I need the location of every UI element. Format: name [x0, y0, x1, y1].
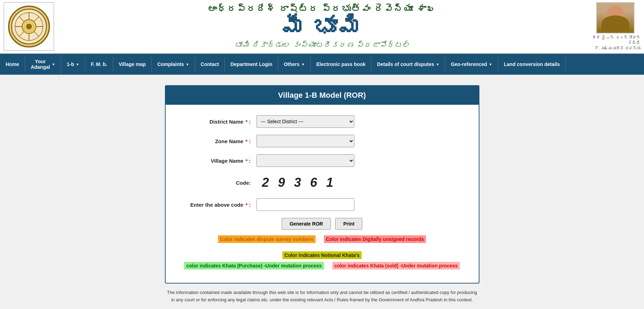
- required-indicator: *: [244, 202, 247, 208]
- captcha-input[interactable]: [256, 198, 354, 211]
- cm-caption: శ్రీ వై.ఎస్. జగన్ మోహన్ రెడ్డి గౌ. ముఖ్య…: [590, 35, 641, 51]
- zone-label: Zone Name * :: [180, 138, 256, 144]
- nav-electronic-pass-book[interactable]: Electronic pass book: [311, 57, 371, 72]
- chevron-down-icon: ▼: [436, 62, 439, 66]
- required-indicator: *: [244, 138, 247, 144]
- nav-1b[interactable]: 1-b ▼: [61, 57, 85, 72]
- enter-code-label: Enter the above code * :: [180, 202, 256, 208]
- chevron-down-icon: ▼: [301, 62, 305, 66]
- nav-contact[interactable]: Contact: [195, 57, 225, 72]
- district-row: District Name * : --- Select District --…: [180, 115, 465, 128]
- main-content: Village 1-B Model (ROR) District Name * …: [0, 75, 644, 309]
- nav-your-adangal[interactable]: Your Adangal ▼: [25, 54, 61, 75]
- required-indicator: *: [244, 158, 247, 164]
- nav-fmb[interactable]: F. M. b.: [85, 57, 113, 72]
- village-row: Village Name * :: [180, 154, 465, 167]
- header-subtitle: భూమి రికార్డుల కంప్యూటరీకరణ ప్రజాపోర్టల్: [61, 41, 583, 50]
- legend-section: Color indicates dispute survey numbers C…: [180, 235, 465, 270]
- legend-row-1: Color indicates dispute survey numbers C…: [180, 235, 465, 259]
- chief-minister-photo: [596, 2, 635, 34]
- header-main-title: మీ భూమి: [61, 14, 583, 41]
- chevron-down-icon: ▼: [52, 62, 55, 66]
- nav-geo-referenced[interactable]: Geo-referenced ▼: [445, 57, 498, 72]
- svg-point-3: [26, 24, 32, 29]
- chevron-down-icon: ▼: [186, 62, 189, 66]
- nav-village-map[interactable]: Village map: [113, 57, 152, 72]
- logo-emblem: [8, 6, 50, 47]
- legend-notional-khata: Color indicates Notional Khata's: [282, 251, 362, 259]
- village-label: Village Name * :: [180, 158, 256, 164]
- main-navbar: Home Your Adangal ▼ 1-b ▼ F. M. b. Villa…: [0, 54, 644, 75]
- zone-row: Zone Name * :: [180, 135, 465, 147]
- enter-code-row: Enter the above code * :: [180, 198, 465, 211]
- legend-khata-sold: color indicates Khata (sold) -Under muta…: [332, 262, 460, 270]
- header-right: శ్రీ వై.ఎస్. జగన్ మోహన్ రెడ్డి గౌ. ముఖ్య…: [590, 2, 641, 51]
- code-label: Code:: [180, 180, 256, 186]
- code-row: Code: 2 9 3 6 1: [180, 174, 465, 191]
- form-body: District Name * : --- Select District --…: [166, 105, 479, 283]
- page-header: ఆంధ్రప్రదేశ్ రాష్ట్ర ప్రభుత్వం రెవెన్యూ …: [0, 0, 644, 54]
- header-telugu-sub: ఆంధ్రప్రదేశ్ రాష్ట్ర ప్రభుత్వం రెవెన్యూ …: [61, 3, 583, 14]
- chevron-down-icon: ▼: [489, 62, 492, 66]
- generate-ror-button[interactable]: Generate ROR: [282, 218, 331, 230]
- required-indicator: *: [244, 119, 247, 125]
- form-card-title: Village 1-B Model (ROR): [166, 86, 479, 105]
- captcha-image: 2 9 3 6 1: [256, 174, 342, 191]
- chevron-down-icon: ▼: [76, 62, 79, 66]
- nav-home[interactable]: Home: [0, 57, 25, 72]
- print-button[interactable]: Print: [335, 218, 362, 230]
- form-buttons: Generate ROR Print: [180, 218, 465, 230]
- nav-details-court-disputes[interactable]: Details of court disputes ▼: [371, 57, 445, 72]
- legend-dispute-survey: Color indicates dispute survey numbers: [218, 235, 316, 243]
- nav-land-conversion[interactable]: Land conversion details: [498, 57, 566, 72]
- village-select[interactable]: [256, 154, 354, 167]
- disclaimer-text: The information contained made available…: [165, 289, 479, 304]
- person-silhouette: [597, 3, 634, 33]
- form-card: Village 1-B Model (ROR) District Name * …: [165, 85, 479, 284]
- zone-select[interactable]: [256, 135, 354, 147]
- nav-others[interactable]: Others ▼: [278, 57, 311, 72]
- district-select[interactable]: --- Select District ---: [256, 115, 354, 128]
- nav-department-login[interactable]: Department Login: [225, 57, 278, 72]
- legend-row-2: color indicates Khata (Purchase) -Under …: [180, 262, 465, 270]
- nav-complaints[interactable]: Complaints ▼: [152, 57, 195, 72]
- legend-khata-purchase: color indicates Khata (Purchase) -Under …: [184, 262, 324, 270]
- government-logo: [3, 2, 54, 51]
- legend-digitally-unsigned: Color indicates Digitally unsigned recor…: [324, 235, 426, 243]
- header-center: ఆంధ్రప్రదేశ్ రాష్ట్ర ప్రభుత్వం రెవెన్యూ …: [54, 3, 590, 50]
- district-label: District Name * :: [180, 119, 256, 125]
